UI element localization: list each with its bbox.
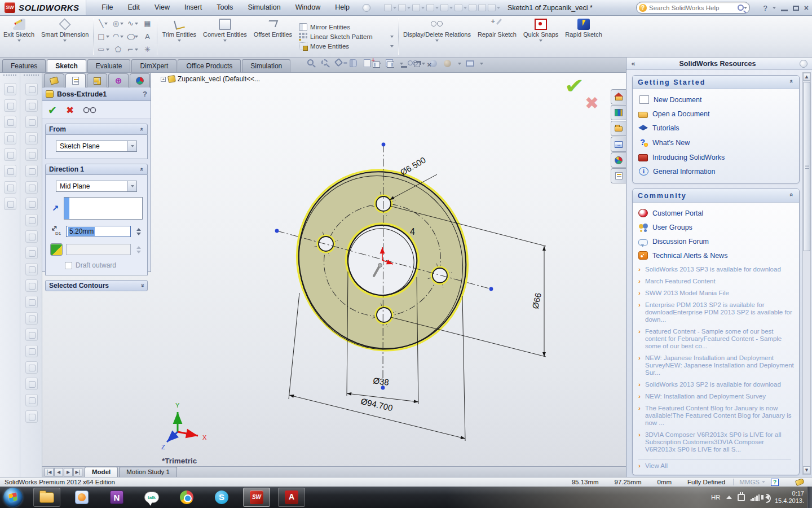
- search-icon[interactable]: [738, 5, 744, 11]
- view-settings-icon[interactable]: [466, 59, 475, 68]
- community-header[interactable]: Community «: [633, 189, 799, 203]
- zoom-area-icon[interactable]: [321, 59, 331, 68]
- confirm-cancel-icon[interactable]: ✖: [585, 93, 599, 113]
- news-link[interactable]: › NEW: Installation and Deployment Surve…: [638, 391, 796, 402]
- text-tool[interactable]: A: [140, 30, 155, 43]
- toolbar-tool-icon[interactable]: [25, 296, 38, 308]
- quick-snaps-button[interactable]: Quick Snaps: [520, 16, 562, 57]
- prev-tab-icon[interactable]: ◀: [54, 468, 63, 476]
- ok-button[interactable]: ✔: [48, 104, 57, 116]
- zoom-fit-icon[interactable]: [307, 59, 317, 68]
- toolbar-tool-icon[interactable]: [25, 279, 38, 292]
- menu-item[interactable]: Help: [328, 0, 357, 15]
- toolbar-tool-icon[interactable]: [25, 198, 38, 210]
- clock[interactable]: 0:17 15.4.2013.: [775, 490, 804, 505]
- toolbar-tool-icon[interactable]: [4, 99, 16, 112]
- draft-angle-input[interactable]: [66, 244, 131, 255]
- menu-item[interactable]: Simulation: [240, 0, 288, 15]
- toolbar-tool-icon[interactable]: [25, 83, 38, 95]
- quick-tips-icon[interactable]: ?: [771, 479, 779, 486]
- tab-view-palette[interactable]: [611, 137, 626, 152]
- news-link[interactable]: › The Featured Content Blog for January …: [638, 402, 796, 429]
- command-tab[interactable]: Features: [2, 59, 46, 72]
- command-tab[interactable]: Office Products: [178, 59, 241, 72]
- task-pane-link[interactable]: What's New: [637, 135, 797, 150]
- menu-item[interactable]: Edit: [121, 0, 148, 15]
- scroll-down-icon[interactable]: ▼: [803, 466, 810, 474]
- exit-sketch-button[interactable]: Exit Sketch: [0, 16, 38, 57]
- line-tool[interactable]: ╲: [96, 17, 111, 30]
- command-tab[interactable]: DimXpert: [131, 59, 176, 72]
- task-pane-link[interactable]: User Groups: [637, 220, 797, 235]
- undo-button[interactable]: [440, 4, 453, 11]
- depth-input[interactable]: 5.20mm: [66, 226, 131, 237]
- toolbar-tool-icon[interactable]: [25, 410, 38, 423]
- confirm-ok-icon[interactable]: ✔: [564, 74, 585, 98]
- tab-design-library[interactable]: [611, 105, 626, 120]
- scroll-thumb[interactable]: [803, 82, 810, 251]
- toolbar-tool-icon[interactable]: [25, 312, 38, 325]
- show-desktop-button[interactable]: [807, 487, 812, 508]
- news-link[interactable]: › March Featured Content: [638, 275, 796, 287]
- doc-close-icon[interactable]: ×: [427, 60, 431, 69]
- start-condition-select[interactable]: Sketch Plane: [56, 141, 137, 152]
- task-pane-link[interactable]: Technical Alerts & News: [637, 248, 797, 262]
- toolbar-tool-icon[interactable]: [4, 181, 16, 194]
- collapse-icon[interactable]: «: [140, 166, 144, 173]
- print-button[interactable]: [426, 4, 439, 11]
- help-icon[interactable]: ?: [143, 90, 147, 98]
- collapse-icon[interactable]: «: [140, 126, 144, 133]
- point-tool[interactable]: ✳: [140, 43, 155, 56]
- display-delete-relations-button[interactable]: Display/Delete Relations: [400, 16, 474, 57]
- end-condition-select[interactable]: Mid Plane: [56, 181, 137, 192]
- task-pane-link[interactable]: Introducing SolidWorks: [637, 150, 797, 164]
- news-link[interactable]: › NEW: Japanese Installation and Deploym…: [638, 352, 796, 379]
- toolbar-tool-icon[interactable]: [4, 198, 16, 210]
- tile-left-icon[interactable]: [373, 62, 380, 68]
- fillet-tool[interactable]: ⌐: [125, 43, 140, 56]
- menu-item[interactable]: Window: [288, 0, 328, 15]
- linear-sketch-pattern-button[interactable]: Linear Sketch Pattern: [299, 33, 394, 41]
- getting-started-header[interactable]: Getting Started «: [633, 76, 799, 89]
- slot-tool[interactable]: ▭: [96, 43, 111, 56]
- task-pane-scrollbar[interactable]: ▲ ▼: [802, 72, 811, 475]
- toolbar-tool-icon[interactable]: [25, 148, 38, 161]
- news-link[interactable]: › SolidWorks 2013 SP3 is available for d…: [638, 264, 796, 275]
- unit-system-selector[interactable]: MMGS: [734, 479, 771, 485]
- polygon-tool[interactable]: ⬠: [111, 43, 125, 56]
- arc-tool[interactable]: ◠: [111, 30, 125, 43]
- tab-file-explorer[interactable]: [611, 121, 626, 136]
- news-link[interactable]: › 3DVIA Composer V6R2013x SP0 is LIVE fo…: [638, 429, 796, 456]
- draft-spinner[interactable]: [134, 243, 143, 256]
- network-icon[interactable]: [751, 494, 760, 501]
- toolbar-tool-icon[interactable]: [25, 214, 38, 226]
- task-pane-link[interactable]: Open a Document: [637, 107, 797, 121]
- menu-item[interactable]: Tools: [209, 0, 240, 15]
- toolbar-tool-icon[interactable]: [25, 345, 38, 357]
- help-icon[interactable]: ?: [764, 4, 767, 12]
- move-entities-button[interactable]: Move Entities: [299, 42, 394, 50]
- next-tab-icon[interactable]: ▶: [64, 468, 73, 476]
- toolbar-tool-icon[interactable]: [4, 148, 16, 161]
- draft-button[interactable]: [50, 243, 63, 256]
- expand-icon[interactable]: +: [161, 77, 166, 82]
- dropdown-button[interactable]: [127, 181, 136, 191]
- chevron-down-icon[interactable]: [458, 63, 461, 65]
- cancel-button[interactable]: ✖: [66, 104, 74, 116]
- chevron-down-icon[interactable]: [480, 63, 483, 65]
- dropdown-button[interactable]: [127, 141, 136, 151]
- toolbar-tool-icon[interactable]: [25, 99, 38, 112]
- start-button[interactable]: [3, 488, 23, 507]
- taskbar-talk-button[interactable]: talk: [138, 488, 165, 507]
- direction-reference-box[interactable]: [64, 197, 143, 220]
- taskbar-onenote-button[interactable]: N: [103, 488, 130, 507]
- collapse-icon[interactable]: «: [789, 192, 794, 199]
- tab-property-manager[interactable]: [65, 73, 86, 87]
- scroll-up-icon[interactable]: ▲: [803, 73, 810, 81]
- model-tab[interactable]: Motion Study 1: [119, 467, 177, 477]
- toolbar-tool-icon[interactable]: [25, 181, 38, 194]
- task-pane-link[interactable]: Discussion Forum: [637, 235, 797, 248]
- rapid-sketch-button[interactable]: Rapid Sketch: [562, 16, 605, 57]
- tab-display-manager[interactable]: [130, 73, 150, 87]
- task-pane-link[interactable]: New Document: [637, 93, 797, 107]
